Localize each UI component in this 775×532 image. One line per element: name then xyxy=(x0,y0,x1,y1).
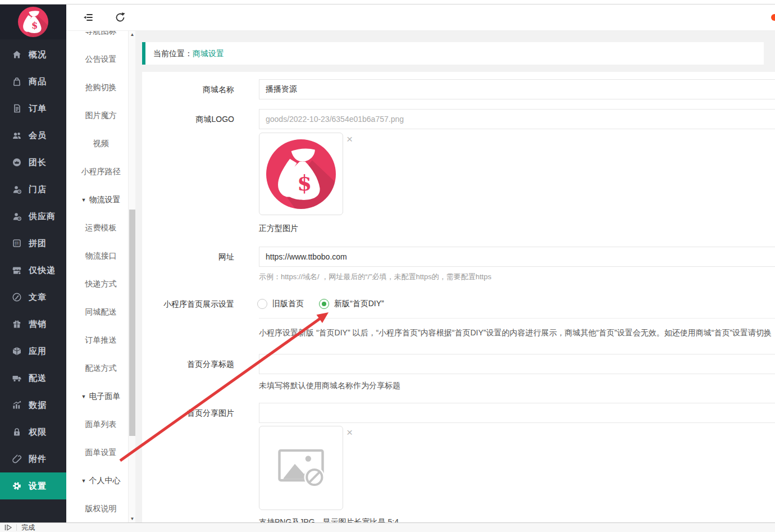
store-icon xyxy=(12,184,22,194)
submenu-group-personal[interactable]: ▼个人中心 xyxy=(66,466,135,494)
sidebar-item-members[interactable]: 会员 xyxy=(0,122,66,149)
remove-share-image-icon[interactable]: × xyxy=(347,427,353,438)
sidebar-item-overview[interactable]: 概况 xyxy=(0,41,66,68)
sidebar-item-suppliers[interactable]: 供应商 xyxy=(0,203,66,230)
share-title-input[interactable] xyxy=(259,354,775,374)
submenu-item-freight-template[interactable]: 运费模板 xyxy=(66,213,135,242)
share-title-label: 首页分享标题 xyxy=(142,354,234,374)
status-separator xyxy=(16,524,17,531)
radio-new-home-diy[interactable] xyxy=(319,299,329,309)
submenu-item-image-cube[interactable]: 图片魔方 xyxy=(66,101,135,129)
submenu-item-delivery-mode[interactable]: 配送方式 xyxy=(66,354,135,382)
page-loaded-icon xyxy=(4,524,12,531)
sidebar-item-goods[interactable]: 商品 xyxy=(0,68,66,95)
shop-name-input[interactable] xyxy=(259,79,775,99)
submenu-item-clipped[interactable]: 导航图标 xyxy=(66,30,135,45)
sidebar-item-data[interactable]: 数据 xyxy=(0,392,66,419)
main-content: 当前位置：商城设置 商城名称 商城LOGO $ × 正方型图片 网址 xyxy=(135,30,775,523)
settings-submenu: 导航图标 公告设置 抢购切换 图片魔方 视频 小程序路径 ▼物流设置 运费模板 … xyxy=(66,30,135,523)
site-url-input[interactable] xyxy=(259,247,775,267)
scroll-down-icon[interactable]: ▼ xyxy=(129,515,135,523)
article-icon xyxy=(12,292,22,302)
submenu-item-order-push[interactable]: 订单推送 xyxy=(66,326,135,354)
sidebar: $ 概况 商品 订单 会员 团长 门店 供应商 xyxy=(0,4,66,523)
share-title-help: 未填写将默认使用商城名称作为分享标题 xyxy=(259,380,775,391)
share-image-preview[interactable] xyxy=(259,426,343,510)
submenu-scrollbar[interactable]: ▲ ▼ xyxy=(128,30,135,523)
submenu-group-label: 物流设置 xyxy=(89,195,120,204)
notification-dot[interactable] xyxy=(771,14,775,21)
radio-old-home[interactable] xyxy=(257,299,267,309)
site-url-help: 示例：https://域名/ ，网址最后的“/”必填，未配置https的，需要配… xyxy=(259,271,775,283)
shop-logo-preview[interactable]: $ xyxy=(259,133,343,215)
sidebar-item-settings[interactable]: 设置 xyxy=(0,472,66,499)
breadcrumb-current-link[interactable]: 商城设置 xyxy=(193,49,224,58)
share-image-label: 首页分享图片 xyxy=(142,403,234,423)
sidebar-nav: 概况 商品 订单 会员 团长 门店 供应商 拼 拼团 xyxy=(0,41,66,499)
remove-logo-icon[interactable]: × xyxy=(347,134,353,144)
submenu-item-flashsale[interactable]: 抢购切换 xyxy=(66,73,135,101)
money-bag-icon: $ xyxy=(18,7,48,37)
caret-down-icon: ▼ xyxy=(81,197,86,203)
sidebar-item-leader[interactable]: 团长 xyxy=(0,149,66,176)
sidebar-item-label: 应用 xyxy=(29,346,47,357)
menu-fold-icon[interactable] xyxy=(82,11,94,24)
shop-logo-input[interactable] xyxy=(259,109,775,129)
leader-icon xyxy=(12,157,22,167)
window-top-strip xyxy=(0,0,775,4)
scroll-up-icon[interactable]: ▲ xyxy=(129,30,135,39)
home-icon xyxy=(12,49,22,60)
sidebar-item-articles[interactable]: 文章 xyxy=(0,284,66,311)
submenu-list: 导航图标 公告设置 抢购切换 图片魔方 视频 小程序路径 ▼物流设置 运费模板 … xyxy=(66,30,135,522)
shop-settings-form: 商城名称 商城LOGO $ × 正方型图片 网址 示例：https://域名/ … xyxy=(142,72,775,523)
status-text: 完成 xyxy=(21,523,35,532)
sidebar-item-label: 设置 xyxy=(29,481,47,492)
delivery-truck-icon xyxy=(12,373,22,383)
sidebar-item-delivery[interactable]: 配送 xyxy=(0,365,66,392)
submenu-item-mini-path[interactable]: 小程序路径 xyxy=(66,157,135,185)
sidebar-item-groupbuy[interactable]: 拼 拼团 xyxy=(0,230,66,257)
sidebar-item-label: 配送 xyxy=(29,373,47,384)
home-display-note: 小程序设置新版 “首页DIY” 以后，“小程序首页”内容根据“首页DIY”设置的… xyxy=(259,327,775,338)
sidebar-item-label: 拼团 xyxy=(29,238,47,249)
submenu-item-copyright[interactable]: 版权说明 xyxy=(66,494,135,522)
sidebar-item-label: 供应商 xyxy=(29,211,56,222)
submenu-item-notice[interactable]: 公告设置 xyxy=(66,45,135,73)
submenu-item-waybill-list[interactable]: 面单列表 xyxy=(66,410,135,438)
share-image-input[interactable] xyxy=(259,403,775,423)
broken-image-icon xyxy=(276,443,326,493)
sidebar-item-label: 团长 xyxy=(29,157,47,168)
brand-logo[interactable]: $ xyxy=(0,4,66,39)
sidebar-item-permissions[interactable]: 权限 xyxy=(0,419,66,445)
submenu-item-city-delivery[interactable]: 同城配送 xyxy=(66,298,135,326)
sidebar-item-orders[interactable]: 订单 xyxy=(0,95,66,122)
caret-down-icon: ▼ xyxy=(81,394,86,399)
submenu-group-ewaybill[interactable]: ▼电子面单 xyxy=(66,382,135,410)
submenu-item-express-mode[interactable]: 快递方式 xyxy=(66,270,135,298)
sidebar-item-label: 营销 xyxy=(29,319,47,330)
breadcrumb: 当前位置：商城设置 xyxy=(142,42,764,65)
scrollbar-thumb[interactable] xyxy=(129,210,135,436)
sidebar-item-marketing[interactable]: 营销 xyxy=(0,311,66,338)
submenu-group-label: 电子面单 xyxy=(89,392,120,401)
submenu-item-logistics-api[interactable]: 物流接口 xyxy=(66,242,135,270)
submenu-group-logistics[interactable]: ▼物流设置 xyxy=(66,185,135,213)
sidebar-item-apps[interactable]: 应用 xyxy=(0,338,66,365)
sidebar-item-attachments[interactable]: 附件 xyxy=(0,445,66,472)
submenu-item-video[interactable]: 视频 xyxy=(66,129,135,157)
radio-new-home-diy-label[interactable]: 新版“首页DIY” xyxy=(334,299,384,309)
radio-old-home-label[interactable]: 旧版首页 xyxy=(272,299,304,309)
marketing-gift-icon xyxy=(12,319,22,329)
data-chart-icon xyxy=(12,400,22,410)
order-doc-icon xyxy=(12,103,22,113)
status-bar: 完成 xyxy=(0,522,775,532)
sidebar-item-express[interactable]: 仅快递 xyxy=(0,257,66,284)
shop-name-label: 商城名称 xyxy=(142,79,234,99)
svg-text:拼: 拼 xyxy=(14,240,20,246)
sidebar-item-label: 门店 xyxy=(29,184,47,195)
sidebar-item-stores[interactable]: 门店 xyxy=(0,176,66,203)
submenu-item-waybill-settings[interactable]: 面单设置 xyxy=(66,438,135,466)
sidebar-item-label: 商品 xyxy=(29,76,47,87)
home-display-label: 小程序首页展示设置 xyxy=(142,294,234,314)
refresh-icon[interactable] xyxy=(114,11,126,24)
